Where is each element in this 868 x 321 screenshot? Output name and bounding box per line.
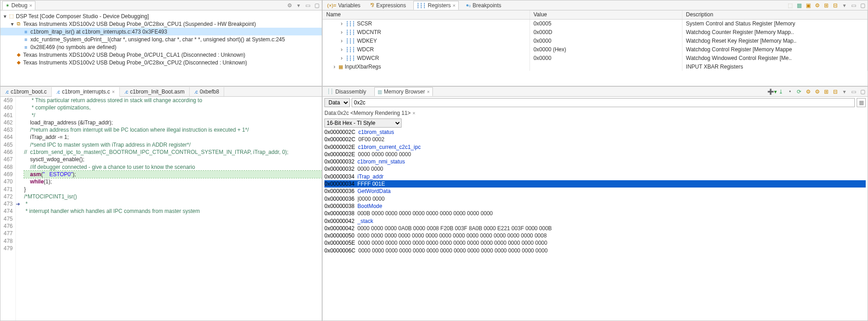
code-line[interactable]: } <box>24 186 322 193</box>
register-row[interactable]: › ┇┇┇ WDKEY0x0000Watchdog Reset Key Regi… <box>323 36 868 45</box>
show-type-icon[interactable]: ⬚ <box>787 2 793 9</box>
col-name[interactable]: Name <box>323 10 530 19</box>
col-desc[interactable]: Description <box>682 10 867 19</box>
memory-format-select[interactable]: 16-Bit Hex - TI Style <box>324 119 402 128</box>
memory-line[interactable]: 0x00000036 GetWordData <box>324 188 866 195</box>
memory-line[interactable]: 0x0000002E 0000 0000 0000 0000 <box>324 151 866 158</box>
code-line[interactable]: // c1brom_send_ipc_to_master(C_BOOTROM_I… <box>24 148 322 156</box>
minimize-icon[interactable]: ▭ <box>850 2 857 9</box>
close-icon[interactable]: × <box>427 89 430 94</box>
pin-icon[interactable]: ⊞ <box>823 2 829 9</box>
editor-tab[interactable]: .cc1brom_Init_Boot.asm <box>120 87 190 96</box>
new-tab-icon[interactable]: ⊞ <box>823 89 829 95</box>
code-line[interactable]: */ <box>24 112 322 119</box>
register-row[interactable]: › ┇┇┇ WDCR0x0000 (Hex)Watchdog Control R… <box>323 45 868 54</box>
config1-icon[interactable]: ⚙ <box>805 89 811 95</box>
tab-registers[interactable]: ┇┇┇ Registers × <box>413 1 459 10</box>
code-line[interactable]: * This particular return address stored … <box>24 97 322 104</box>
tab-expressions[interactable]: ⅋ Expressions <box>368 1 408 10</box>
collapse-icon[interactable]: ▣ <box>805 2 811 9</box>
twistie-icon[interactable]: › <box>339 46 344 53</box>
refresh-icon[interactable]: ⚙ <box>814 2 820 9</box>
memory-line[interactable]: 0x0000006C 0000 0000 0000 0000 0000 0000… <box>324 247 866 254</box>
memory-rendering-tab[interactable]: Data:0x2c <Memory Rendering 11> × <box>323 109 868 118</box>
twistie-icon[interactable]: › <box>339 38 344 44</box>
code-line[interactable]: while(1); <box>24 178 322 185</box>
maximize-icon[interactable]: ▢ <box>859 2 866 9</box>
menu-icon[interactable]: ▾ <box>295 2 302 9</box>
tab-disassembly[interactable]: ┊┊ Disassembly <box>324 88 369 96</box>
memory-line[interactable]: 0x00000038 000B 0000 0000 0000 0000 0000… <box>324 210 866 217</box>
memory-line[interactable]: 0x00000036 |0000 0000 <box>324 195 866 202</box>
twistie-icon[interactable]: › <box>339 29 344 35</box>
menu-icon[interactable]: ▾ <box>841 89 848 95</box>
tab-memory-browser[interactable]: ▥ Memory Browser × <box>374 87 433 96</box>
menu-icon[interactable]: ▾ <box>841 2 848 9</box>
close-icon[interactable]: × <box>412 110 415 116</box>
memory-line[interactable]: 0x0000005E 0000 0000 0000 0000 0000 0000… <box>324 239 866 247</box>
editor-tab[interactable]: .cc1brom_boot.c <box>0 87 52 96</box>
tab-breakpoints[interactable]: ●₀ Breakpoints <box>463 1 504 10</box>
maximize-icon[interactable]: ▢ <box>859 89 866 95</box>
new-tab-button[interactable]: ▦ <box>857 98 866 107</box>
tree-row[interactable]: ≡c1brom_itrap_isr() at c1brom_interrupts… <box>0 28 322 35</box>
code-line[interactable]: iTrap_addr -= 1; <box>24 133 322 141</box>
memory-space-select[interactable]: Data <box>324 98 350 107</box>
code-line[interactable]: //if debugger connected - give a chance … <box>24 163 322 171</box>
memory-line[interactable]: 0x00000042 0000 0000 0000 0A0B 0000 0008… <box>324 225 866 232</box>
memory-line[interactable]: 0x00000038 BootMode <box>324 202 866 210</box>
code-line[interactable]: sysctl_wdog_enable(); <box>24 156 322 163</box>
memory-line[interactable]: 0x00000050 0000 0000 0000 0000 0000 0000… <box>324 232 866 239</box>
twistie-icon[interactable]: ▾ <box>2 13 8 20</box>
close-icon[interactable]: × <box>452 3 455 8</box>
code-line[interactable]: /*MTOCIPCINT1_isr() <box>24 193 322 200</box>
close-icon[interactable]: × <box>29 3 32 8</box>
register-row[interactable]: › ┇┇┇ SCSR0x0005System Control and Statu… <box>323 19 868 28</box>
memory-line[interactable]: 0x0000002E c1brom_current_c2c1_ipc <box>324 143 866 151</box>
tab-debug[interactable]: ✶ Debug × <box>2 1 35 10</box>
register-row[interactable]: › ┇┇┇ WDWCR0x0000Watchdog Windowed Contr… <box>323 54 868 62</box>
register-row[interactable]: › ┇┇┇ WDCNTR0x000DWatchdog Counter Regis… <box>323 28 868 36</box>
memory-line[interactable]: 0x00000034 iTrap_addr <box>324 173 866 180</box>
tree-row[interactable]: ≡0x28E469 (no symbols are defined) <box>0 43 322 51</box>
code-line[interactable]: * <box>24 200 322 207</box>
memory-line[interactable]: 0x0000002C c1brom_status <box>324 128 866 136</box>
editor-body[interactable]: 4594604614624634644654664674684694704714… <box>0 97 322 321</box>
refresh-icon[interactable]: ⟳ <box>796 89 802 95</box>
code-line[interactable]: load_itrap_address (&iTrap_addr); <box>24 119 322 126</box>
tree-row[interactable]: ▾⧉Texas Instruments XDS100v2 USB Debug P… <box>0 20 322 28</box>
code-line[interactable]: /*send IPC to master system with iTrap a… <box>24 141 322 148</box>
code-line[interactable]: asm(" ESTOP0"); <box>24 171 322 178</box>
close-icon[interactable]: × <box>112 89 115 94</box>
import-icon[interactable]: ⤓ <box>778 89 784 95</box>
remove-all-icon[interactable]: ⚙ <box>286 2 293 9</box>
new-rendering-icon[interactable]: ➕▾ <box>769 89 775 95</box>
tree-row[interactable]: ≡xdc_runtime_System_doPrint__I(char *, u… <box>0 35 322 43</box>
code-line[interactable]: * compiler optimizations, <box>24 104 322 111</box>
memory-line[interactable]: 0x00000042 _stack <box>324 217 866 225</box>
memory-line[interactable]: 0x0000002C 0F00 0002 <box>324 136 866 143</box>
code-line[interactable]: * interrupt handler which handles all IP… <box>24 207 322 215</box>
twistie-icon[interactable]: › <box>339 20 344 27</box>
register-group-row[interactable]: › ▦ InputXbarRegsINPUT XBAR Registers <box>323 62 868 71</box>
source-code[interactable]: * This particular return address stored … <box>22 97 322 321</box>
twistie-icon[interactable]: › <box>339 55 344 61</box>
memory-dump[interactable]: 0x0000002C c1brom_status0x0000002C 0F00 … <box>323 128 868 321</box>
tree-row[interactable]: ◆Texas Instruments XDS100v2 USB Debug Pr… <box>0 51 322 59</box>
tab-variables[interactable]: (×)= Variables <box>324 1 363 10</box>
twistie-icon[interactable]: › <box>332 64 337 70</box>
config2-icon[interactable]: ⚙ <box>814 89 820 95</box>
tree-row[interactable]: ◆Texas Instruments XDS100v2 USB Debug Pr… <box>0 59 322 66</box>
editor-tab[interactable]: .c0xbefb8 <box>190 87 224 96</box>
restore-icon[interactable]: ⊟ <box>832 89 839 95</box>
code-line[interactable]: /*return address from interrupt will be … <box>24 126 322 133</box>
memory-line[interactable]: 0x00000034 FFFF 001E <box>324 180 866 188</box>
link-icon[interactable]: • <box>787 89 793 95</box>
memory-address-input[interactable] <box>352 98 855 107</box>
col-value[interactable]: Value <box>530 10 682 19</box>
editor-tab[interactable]: .cc1brom_interrupts.c × <box>52 87 120 97</box>
new-tab-icon[interactable]: ⊟ <box>832 2 839 9</box>
debug-tree-body[interactable]: ▾⬚DSP Test [Code Composer Studio - Devic… <box>0 10 322 86</box>
maximize-icon[interactable]: ▢ <box>314 2 320 9</box>
tree-row[interactable]: ▾⬚DSP Test [Code Composer Studio - Devic… <box>0 12 322 20</box>
